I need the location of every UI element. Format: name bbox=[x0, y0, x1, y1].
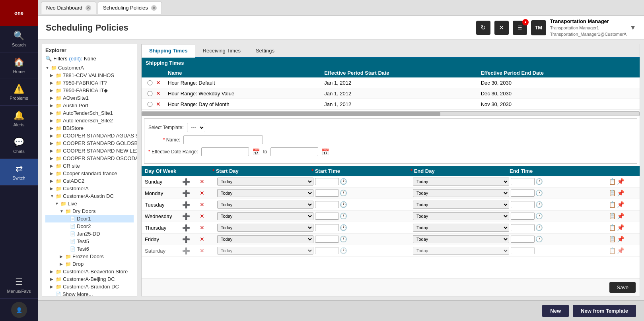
tree-node-jan25dd[interactable]: 📄 Jan25-DD bbox=[45, 230, 134, 238]
tree-node[interactable]: ▶ 📁 Cooper standard france bbox=[45, 170, 134, 177]
end-day-select[interactable]: TodaySundayMondayTuesdayWednesdayThursda… bbox=[413, 201, 509, 209]
time-icon[interactable]: 🕐 bbox=[535, 236, 543, 243]
tree-node[interactable]: ▶ 📁 COOPER STANDARD GOLDSBORO bbox=[45, 139, 134, 147]
tree-node[interactable]: ▶ 📁 CustomerA-Brandon DC bbox=[45, 283, 134, 290]
tree-node[interactable]: ▶ 📁 7950-FABRICA IT? bbox=[45, 79, 134, 87]
add-row-button[interactable]: ➕ bbox=[182, 224, 198, 232]
save-button[interactable]: Save bbox=[609, 282, 636, 293]
panel-scroll[interactable]: Shipping Times Name Effective Period Sta… bbox=[142, 58, 640, 278]
start-time-input[interactable] bbox=[315, 213, 339, 220]
tree-node[interactable]: ▶ 📁 AOwnSite1 bbox=[45, 94, 134, 102]
add-row-button[interactable]: ➕ bbox=[182, 247, 198, 255]
table-hscroll[interactable] bbox=[142, 111, 640, 116]
tree-node-customerA[interactable]: ▼ 📁 CustomerA bbox=[45, 64, 134, 72]
start-day-select[interactable]: Today bbox=[217, 247, 313, 255]
tree-node-customerA-austin[interactable]: ▼ 📁 CustomerA-Austin DC bbox=[45, 192, 134, 200]
start-day-select[interactable]: TodaySundayMondayTuesdayWednesdayThursda… bbox=[217, 201, 313, 209]
remove-row-button[interactable]: ✕ bbox=[200, 178, 216, 185]
sidebar-item-switch[interactable]: ⇄ Switch bbox=[0, 159, 38, 186]
time-icon[interactable]: 🕐 bbox=[340, 247, 347, 254]
end-time-input[interactable] bbox=[511, 247, 535, 254]
start-date-input[interactable] bbox=[201, 147, 249, 156]
paste-button[interactable]: 📌 bbox=[617, 213, 625, 220]
add-row-button[interactable]: ➕ bbox=[182, 236, 198, 243]
copy-button[interactable]: 📋 bbox=[609, 236, 616, 243]
add-row-button[interactable]: ➕ bbox=[182, 201, 198, 209]
sidebar-item-problems[interactable]: ⚠️ Problems bbox=[0, 79, 38, 106]
sidebar-item-search[interactable]: 🔍 Search bbox=[0, 26, 38, 52]
copy-button[interactable]: 📋 bbox=[609, 224, 616, 231]
tree-node-door1[interactable]: 📄 Door1 bbox=[45, 215, 134, 222]
end-day-select[interactable]: TodaySundayMondayTuesdayWednesdayThursda… bbox=[413, 212, 509, 220]
filters-edit-link[interactable]: (edit): bbox=[69, 56, 82, 62]
start-day-select[interactable]: TodaySundayMondayTuesdayWednesdayThursda… bbox=[217, 189, 313, 197]
time-icon[interactable]: 🕐 bbox=[535, 201, 543, 208]
tree-node-test5[interactable]: 📄 Test5 bbox=[45, 238, 134, 245]
start-day-select[interactable]: TodaySundayMondayTuesdayWednesdayThursda… bbox=[217, 224, 313, 232]
tree-node[interactable]: ▶ 📁 7881-CDV VALINHOS bbox=[45, 72, 134, 79]
end-time-input[interactable] bbox=[511, 190, 535, 197]
tree-node-dry-doors[interactable]: ▼ 📁 Dry Doors bbox=[45, 207, 134, 215]
tab-receiving-times[interactable]: Receiving Times bbox=[195, 44, 248, 57]
end-time-input[interactable] bbox=[511, 178, 535, 185]
remove-row-button[interactable]: ✕ bbox=[200, 236, 216, 242]
new-button[interactable]: New bbox=[542, 305, 569, 317]
sidebar-item-chats[interactable]: 💬 Chats bbox=[0, 132, 38, 159]
start-day-select[interactable]: TodaySundayMondayTuesdayWednesdayThursda… bbox=[217, 212, 313, 220]
start-day-select[interactable]: TodaySundayMondayTuesdayWednesdayThursda… bbox=[217, 178, 313, 186]
tree-node[interactable]: ▶ 📁 CustomerA-Beaverton Store bbox=[45, 268, 134, 275]
start-time-input[interactable] bbox=[315, 201, 339, 208]
sidebar-item-alerts[interactable]: 🔔 Alerts bbox=[0, 106, 38, 132]
add-row-button[interactable]: ➕ bbox=[182, 213, 198, 220]
paste-button[interactable]: 📌 bbox=[617, 178, 625, 185]
end-date-input[interactable] bbox=[270, 147, 318, 156]
start-cal-icon[interactable]: 📅 bbox=[252, 148, 260, 156]
row-remove-button[interactable]: ✕ bbox=[156, 101, 168, 107]
end-day-select[interactable]: TodaySundayMondayTuesdayWednesdayThursda… bbox=[413, 224, 509, 232]
row-radio[interactable] bbox=[144, 91, 156, 96]
sidebar-item-home[interactable]: 🏠 Home bbox=[0, 52, 38, 79]
time-icon[interactable]: 🕐 bbox=[340, 213, 347, 220]
tree-node-test6[interactable]: 📄 Test6 bbox=[45, 245, 134, 253]
time-icon[interactable]: 🕐 bbox=[340, 236, 347, 243]
tree-node[interactable]: ▶ 📁 CustomerA bbox=[45, 185, 134, 192]
start-time-input[interactable] bbox=[315, 236, 339, 243]
tree-node[interactable]: ▶ 📁 COOPER STANDARD OSCODA bbox=[45, 155, 134, 162]
remove-row-button[interactable]: ✕ bbox=[200, 213, 216, 219]
paste-button[interactable]: 📌 bbox=[617, 224, 625, 231]
tree-node[interactable]: ▶ 📁 7950-FABRICA IT◆ bbox=[45, 87, 134, 94]
tab-close-neo-dashboard[interactable]: ✕ bbox=[86, 5, 91, 11]
remove-row-button[interactable]: ✕ bbox=[200, 224, 216, 231]
remove-row-button[interactable]: ✕ bbox=[200, 201, 216, 208]
row-remove-button[interactable]: ✕ bbox=[156, 90, 168, 97]
remove-row-button[interactable]: ✕ bbox=[200, 190, 216, 196]
end-day-select[interactable]: Today bbox=[413, 247, 509, 255]
tree-node[interactable]: ▶ 📁 COOPER STANDARD NEW LEXINGTON bbox=[45, 147, 134, 155]
add-row-button[interactable]: ➕ bbox=[182, 178, 198, 186]
tree-node-door2[interactable]: 📄 Door2 bbox=[45, 222, 134, 230]
time-icon[interactable]: 🕐 bbox=[340, 224, 347, 231]
tree-node-live[interactable]: ▼ 📁 Live bbox=[45, 200, 134, 207]
time-icon[interactable]: 🕐 bbox=[340, 178, 347, 185]
tree-node[interactable]: ▶ 📁 CstADC2 bbox=[45, 177, 134, 185]
time-icon[interactable]: 🕐 bbox=[535, 190, 543, 197]
tree-node[interactable]: ▶ 📁 BBIStore bbox=[45, 124, 134, 132]
start-time-input[interactable] bbox=[315, 247, 339, 254]
tab-close-scheduling-policies[interactable]: ✕ bbox=[151, 5, 157, 11]
tree-node-show-more[interactable]: 📄 Show More... bbox=[45, 290, 134, 296]
time-icon[interactable]: 🕐 bbox=[535, 224, 543, 231]
tree-node[interactable]: ▶ 📁 AutoTenderSch_Site1 bbox=[45, 109, 134, 117]
time-icon[interactable]: 🕐 bbox=[535, 213, 543, 220]
tree-node-frozen-doors[interactable]: ▶ 📁 Frozen Doors bbox=[45, 253, 134, 260]
tree-node[interactable]: ▶ 📁 COOPER STANDARD AGUAS SEALING (S bbox=[45, 132, 134, 139]
add-row-button[interactable]: ➕ bbox=[182, 190, 198, 197]
start-time-input[interactable] bbox=[315, 224, 339, 231]
paste-button[interactable]: 📌 bbox=[617, 247, 625, 254]
end-time-input[interactable] bbox=[511, 201, 535, 208]
end-day-select[interactable]: TodaySundayMondayTuesdayWednesdayThursda… bbox=[413, 235, 509, 243]
copy-button[interactable]: 📋 bbox=[609, 190, 616, 197]
close-button[interactable]: ✕ bbox=[494, 21, 509, 35]
tab-settings[interactable]: Settings bbox=[248, 44, 282, 57]
paste-button[interactable]: 📌 bbox=[617, 190, 625, 197]
copy-button[interactable]: 📋 bbox=[609, 247, 616, 254]
